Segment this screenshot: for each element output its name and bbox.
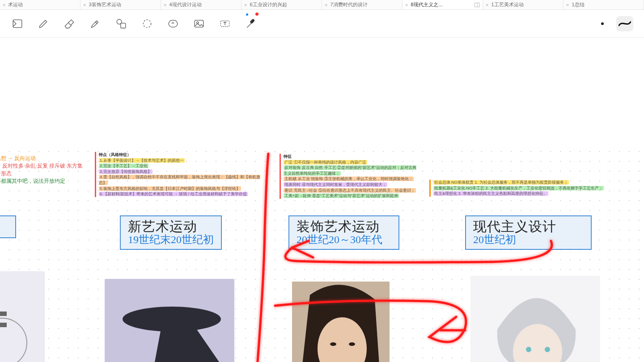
- svg-point-22: [545, 347, 550, 352]
- tab-label: 8现代主义之…: [411, 1, 443, 8]
- mindmap-block-2: 特征 广泛 ①不仅指一种单纯的设计风格，内容广泛 反对装饰 反古典 自然 手工艺…: [280, 154, 418, 199]
- handwritten-note: 思想 → 反向运动 → 反对性多·杂乱·反复 排斥破·东方集合形态 等都属其中吧…: [0, 155, 85, 185]
- close-icon[interactable]: ×: [244, 2, 247, 8]
- brush-stroke-preview[interactable]: [616, 16, 633, 31]
- close-icon[interactable]: ×: [164, 2, 166, 8]
- card-modernism: 现代主义设计 20世纪初: [465, 215, 592, 250]
- laser-pointer-icon[interactable]: [244, 17, 258, 30]
- close-icon[interactable]: ×: [486, 2, 488, 8]
- sticker-icon[interactable]: [166, 17, 180, 30]
- svg-point-18: [330, 342, 336, 346]
- svg-rect-10: [0, 311, 7, 316]
- svg-rect-11: [0, 323, 7, 327]
- close-icon[interactable]: ×: [325, 2, 327, 8]
- text-box-icon[interactable]: [218, 17, 232, 30]
- shapes-icon[interactable]: [114, 17, 128, 30]
- image-placeholder: [105, 279, 234, 362]
- lasso-icon[interactable]: [140, 17, 154, 30]
- tab-item-active[interactable]: × 8现代主义之…: [402, 0, 483, 9]
- tab-item[interactable]: × 6工业设计的兴起: [242, 0, 322, 9]
- tab-item[interactable]: × 7消费时代的设计: [322, 0, 402, 9]
- tab-item[interactable]: × 1工艺美术运动: [483, 0, 564, 9]
- highlighter-icon[interactable]: [89, 17, 102, 30]
- image-placeholder: [0, 271, 45, 362]
- pen-icon[interactable]: [37, 17, 50, 30]
- image-icon[interactable]: [192, 17, 206, 30]
- close-icon[interactable]: ×: [405, 2, 408, 8]
- tab-item[interactable]: × 术运动: [0, 0, 80, 9]
- tab-label: 4现代设计运动: [169, 1, 201, 8]
- tab-label: 1总结: [572, 1, 584, 8]
- tab-label: 1工艺美术运动: [491, 1, 523, 8]
- svg-rect-8: [250, 18, 255, 24]
- tab-item[interactable]: × 4现代设计运动: [161, 0, 242, 9]
- note-canvas[interactable]: 思想 → 反向运动 → 反对性多·杂乱·反复 排斥破·东方集合形态 等都属其中吧…: [0, 38, 644, 362]
- brush-size-dot[interactable]: [601, 22, 604, 25]
- svg-rect-4: [169, 20, 178, 27]
- close-icon[interactable]: ×: [3, 2, 5, 8]
- card-art-deco: 装饰艺术运动 20世纪20～30年代: [288, 215, 399, 250]
- svg-rect-2: [121, 23, 126, 28]
- eraser-icon[interactable]: [63, 17, 76, 30]
- image-placeholder: [470, 276, 600, 362]
- svg-rect-5: [195, 20, 203, 27]
- tab-label: 7消费时代的设计: [330, 1, 367, 8]
- card-art-nouveau: 新艺术运动 19世纪末20世纪初: [120, 215, 222, 250]
- read-mode-icon[interactable]: [11, 17, 24, 30]
- close-icon[interactable]: ×: [83, 2, 86, 8]
- mindmap-block-1: 特点（风格特征） 1.从事【平面设计】→【技术与艺术】的新统一 2.完全【手工艺…: [95, 152, 265, 197]
- tab-label: 术运动: [8, 1, 23, 8]
- close-icon[interactable]: ×: [566, 2, 569, 8]
- image-placeholder: [292, 282, 390, 362]
- svg-point-3: [143, 20, 151, 27]
- tab-label: 3装饰艺术运动: [89, 1, 121, 8]
- mindmap-block-3: 社会总体·NO单体权贵 1. 为社会总体服务，而不再是单独为权贵阶级服务； 批量…: [429, 180, 626, 197]
- toolbar: [0, 10, 644, 38]
- card-partial: 动: [0, 215, 16, 238]
- svg-point-19: [349, 342, 355, 346]
- tab-bar: × 术运动 × 3装饰艺术运动 × 4现代设计运动 × 6工业设计的兴起 × 7…: [0, 0, 644, 10]
- svg-rect-0: [13, 20, 22, 27]
- tab-label: 6工业设计的兴起: [250, 1, 287, 8]
- tab-item[interactable]: × 3装饰艺术运动: [80, 0, 161, 9]
- svg-point-21: [526, 347, 531, 352]
- tab-item[interactable]: × 1总结: [564, 0, 644, 9]
- split-view-icon[interactable]: [475, 3, 480, 7]
